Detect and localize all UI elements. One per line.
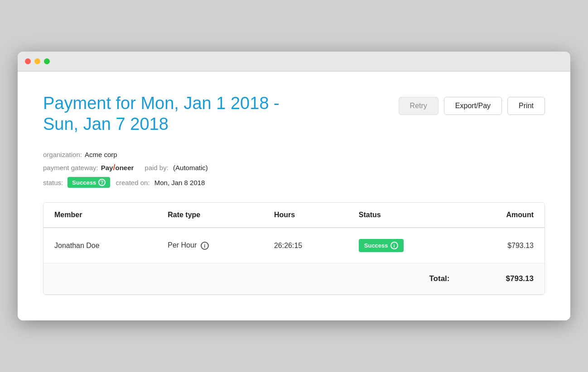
total-label: Total: [348, 263, 461, 295]
col-member: Member [43, 203, 157, 228]
cell-hours: 26:26:15 [263, 228, 348, 263]
print-button[interactable]: Print [507, 97, 545, 115]
paid-by-value: (Automatic) [173, 164, 208, 172]
organization-row: organization: Acme corp [43, 151, 545, 158]
row-status-text: Success [364, 242, 388, 249]
payment-gateway-label: payment gateway: [43, 164, 98, 172]
col-hours: Hours [263, 203, 348, 228]
maximize-button[interactable] [44, 58, 50, 64]
rate-type-info-icon[interactable]: i [201, 242, 209, 250]
retry-button[interactable]: Retry [399, 97, 439, 115]
col-status: Status [348, 203, 461, 228]
col-rate-type: Rate type [157, 203, 263, 228]
cell-rate-type: Per Hour i [157, 228, 263, 263]
paid-by-label: paid by: [145, 164, 169, 172]
payment-table-wrapper: Member Rate type Hours Status Amount Jon… [43, 202, 545, 295]
total-row: Total: $793.13 [43, 263, 545, 295]
meta-section: organization: Acme corp payment gateway:… [43, 151, 545, 188]
export-pay-button[interactable]: Export/Pay [444, 97, 502, 115]
title-bar [18, 52, 570, 72]
row-status-info-icon[interactable]: i [390, 242, 398, 249]
traffic-lights [25, 58, 50, 64]
cell-member: Jonathan Doe [43, 228, 157, 263]
close-button[interactable] [25, 58, 31, 64]
page-title: Payment for Mon, Jan 1 2018 - Sun, Jan 7… [43, 93, 280, 134]
total-spacer [43, 263, 348, 295]
status-label: status: [43, 179, 63, 186]
app-window: Payment for Mon, Jan 1 2018 - Sun, Jan 7… [18, 52, 570, 320]
action-buttons: Retry Export/Pay Print [399, 93, 545, 115]
col-amount: Amount [461, 203, 545, 228]
header-row: Payment for Mon, Jan 1 2018 - Sun, Jan 7… [43, 93, 545, 134]
row-status-badge: Success i [359, 239, 404, 252]
payoneer-logo: Pay/oneer [101, 163, 134, 172]
total-value: $793.13 [461, 263, 545, 295]
table-header-row: Member Rate type Hours Status Amount [43, 203, 545, 228]
organization-value: Acme corp [85, 151, 117, 158]
status-badge-text: Success [72, 179, 96, 186]
minimize-button[interactable] [34, 58, 40, 64]
organization-label: organization: [43, 151, 82, 158]
cell-amount: $793.13 [461, 228, 545, 263]
status-badge: Success ? [67, 177, 110, 188]
main-content: Payment for Mon, Jan 1 2018 - Sun, Jan 7… [18, 72, 570, 320]
created-on-label: created on: [116, 179, 149, 186]
gateway-row: payment gateway: Pay/oneer paid by: (Aut… [43, 163, 545, 172]
created-on-value: Mon, Jan 8 2018 [154, 179, 205, 186]
status-question-icon[interactable]: ? [98, 179, 106, 186]
payment-table: Member Rate type Hours Status Amount Jon… [43, 203, 545, 295]
cell-status: Success i [348, 228, 461, 263]
table-row: Jonathan Doe Per Hour i 26:26:15 Success… [43, 228, 545, 263]
status-row: status: Success ? created on: Mon, Jan 8… [43, 177, 545, 188]
